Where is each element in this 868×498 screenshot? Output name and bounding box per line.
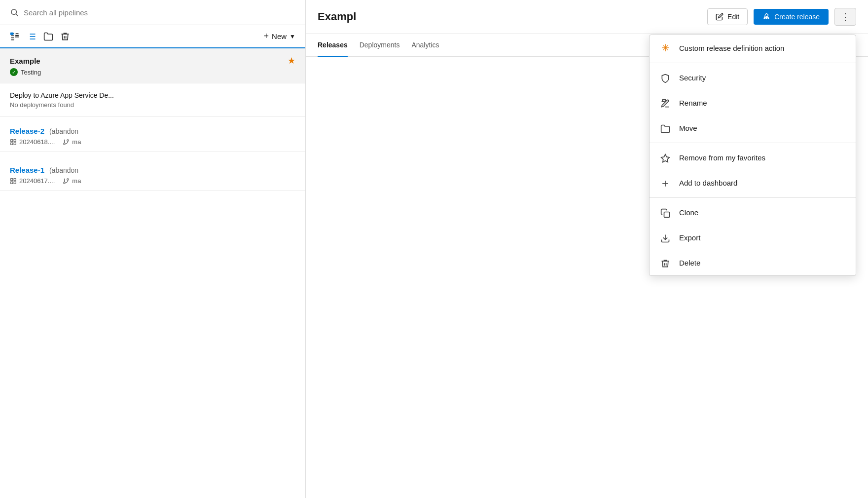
svg-rect-9 [11, 33, 13, 34]
menu-item-clone[interactable]: Clone [650, 200, 856, 225]
custom-action-label: Custom release definition action [679, 44, 784, 52]
menu-item-add-dashboard[interactable]: Add to dashboard [650, 170, 856, 195]
pipeline-status-text: Testing [21, 69, 41, 76]
security-label: Security [679, 74, 706, 82]
svg-rect-34 [662, 99, 666, 101]
move-label: Move [679, 124, 697, 132]
edit-icon [716, 13, 723, 21]
toolbar: + New ▼ [0, 25, 305, 48]
left-releases: Release-2 (abandon 20240618.... [0, 117, 305, 203]
right-header: Exampl Edit Create release ⋮ [306, 0, 868, 34]
build-icon [10, 139, 17, 146]
release-2-meta: 20240618.... ma [10, 138, 295, 146]
pipeline-item-example[interactable]: Example ★ ✓ Testing [0, 48, 305, 83]
svg-point-32 [766, 16, 767, 18]
edit-label: Edit [727, 13, 739, 21]
release-1-meta: 20240617.... ma [10, 177, 295, 185]
svg-rect-20 [14, 143, 16, 145]
release-1-branch-item: ma [63, 177, 81, 185]
svg-line-1 [16, 14, 18, 16]
menu-item-delete[interactable]: Delete [650, 250, 856, 275]
star-icon[interactable]: ★ [288, 55, 295, 66]
more-button[interactable]: ⋮ [834, 8, 856, 26]
page-title: Exampl [318, 10, 701, 23]
menu-item-remove-favorites[interactable]: Remove from my favorites [650, 145, 856, 170]
search-input[interactable] [24, 8, 295, 17]
shield-icon [659, 72, 671, 83]
delete-icon [659, 257, 671, 268]
create-release-button[interactable]: Create release [754, 9, 829, 25]
svg-rect-38 [664, 212, 670, 217]
menu-item-move[interactable]: Move [650, 115, 856, 141]
svg-rect-26 [14, 179, 16, 181]
list-icon[interactable] [10, 32, 20, 41]
svg-rect-18 [11, 140, 13, 142]
branch-icon [63, 139, 70, 146]
deploy-item[interactable]: Deploy to Azure App Service De... No dep… [0, 83, 305, 117]
divider-2 [650, 143, 856, 143]
rename-icon [659, 97, 671, 109]
plus-icon: + [264, 31, 269, 41]
menu-item-export[interactable]: Export [650, 225, 856, 250]
release-2-branch-item: ma [63, 138, 81, 146]
asterisk-icon: ✳ [659, 42, 671, 54]
release-2-link[interactable]: Release-2 [10, 127, 44, 135]
tab-releases[interactable]: Releases [318, 34, 348, 57]
divider-1 [650, 63, 856, 63]
rename-label: Rename [679, 99, 707, 107]
release-1-status: (abandon [49, 166, 78, 174]
branch-icon-2 [63, 178, 70, 185]
svg-point-31 [64, 182, 66, 184]
release-1-date-item: 20240617.... [10, 177, 55, 185]
context-menu: ✳ Custom release definition action Secur… [649, 35, 856, 276]
rocket-icon [762, 13, 770, 21]
create-release-label: Create release [774, 13, 820, 21]
menu-item-security[interactable]: Security [650, 65, 856, 90]
left-release-1[interactable]: Release-1 (abandon 20240617.... [0, 160, 305, 191]
search-icon [10, 8, 19, 17]
svg-rect-19 [14, 140, 16, 142]
menu-item-custom-action[interactable]: ✳ Custom release definition action [650, 35, 856, 61]
release-1-date: 20240617.... [19, 177, 55, 185]
svg-point-0 [11, 9, 17, 15]
plus-circle-icon [659, 177, 671, 189]
release-1-branch: ma [72, 177, 81, 185]
export-label: Export [679, 233, 700, 242]
tab-analytics[interactable]: Analytics [411, 34, 439, 57]
more-icon: ⋮ [841, 12, 850, 22]
right-panel: Exampl Edit Create release ⋮ Releases [306, 0, 868, 498]
svg-rect-21 [11, 143, 13, 145]
svg-marker-35 [661, 154, 670, 162]
svg-rect-28 [11, 182, 13, 184]
status-check-icon: ✓ [10, 68, 18, 76]
new-button[interactable]: + New ▼ [264, 31, 295, 41]
add-dashboard-label: Add to dashboard [679, 179, 737, 187]
clone-label: Clone [679, 208, 698, 217]
pipeline-name: Example [10, 57, 40, 65]
svg-point-23 [67, 140, 69, 142]
release-2-date-item: 20240618.... [10, 138, 55, 146]
release-1-link[interactable]: Release-1 [10, 166, 44, 174]
svg-point-24 [64, 143, 66, 145]
svg-point-30 [67, 179, 69, 181]
svg-rect-27 [14, 182, 16, 184]
search-bar [0, 0, 305, 25]
delete-label: Delete [679, 259, 700, 267]
folder-icon[interactable] [43, 32, 53, 41]
list-view-icon[interactable] [27, 32, 36, 41]
left-panel: + New ▼ Example ★ ✓ Testing Deploy to Az… [0, 0, 306, 498]
menu-item-rename[interactable]: Rename [650, 90, 856, 115]
deploy-title: Deploy to Azure App Service De... [10, 91, 295, 99]
trash-icon[interactable] [60, 32, 70, 41]
build-icon-2 [10, 178, 17, 185]
toolbar-icons [10, 32, 257, 41]
release-2-branch: ma [72, 138, 81, 146]
new-label: New [272, 32, 287, 40]
pipeline-list: Example ★ ✓ Testing Deploy to Azure App … [0, 48, 305, 498]
left-release-2[interactable]: Release-2 (abandon 20240618.... [0, 121, 305, 152]
svg-rect-25 [11, 179, 13, 181]
edit-button[interactable]: Edit [707, 8, 748, 25]
star-outline-icon [659, 152, 671, 163]
new-caret-icon: ▼ [289, 33, 295, 40]
tab-deployments[interactable]: Deployments [360, 34, 400, 57]
